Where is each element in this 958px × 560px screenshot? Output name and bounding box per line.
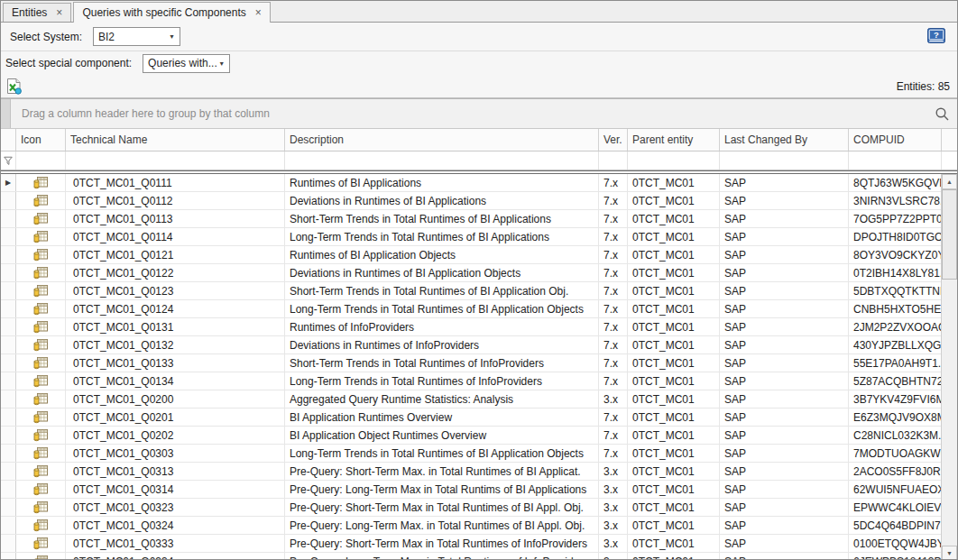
table-row[interactable]: 0TCT_MC01_Q0131 Runtimes of InfoProvider… <box>1 318 957 336</box>
version-cell: 7.x <box>599 192 628 209</box>
group-by-panel[interactable]: Drag a column header here to group by th… <box>1 98 957 129</box>
column-header-last-changed-by[interactable]: Last Changed By <box>720 129 849 151</box>
last-changed-by-cell: SAP <box>720 481 849 498</box>
technical-name-cell: 0TCT_MC01_Q0134 <box>66 372 285 390</box>
table-row[interactable]: 0TCT_MC01_Q0202 BI Application Object Ru… <box>1 427 957 445</box>
technical-name-cell: 0TCT_MC01_Q0121 <box>66 246 285 263</box>
parent-entity-cell: 0TCT_MC01 <box>628 499 720 516</box>
query-icon <box>33 339 48 352</box>
icon-cell <box>16 409 66 426</box>
search-button[interactable] <box>935 106 950 124</box>
table-row[interactable]: ▶ 0TCT_MC01_Q0111 Runtimes of BI Applica… <box>1 174 957 192</box>
last-changed-by-cell: SAP <box>720 445 849 462</box>
tab-queries-label: Queries with specific Components <box>82 6 245 19</box>
last-changed-by-cell: SAP <box>720 336 849 353</box>
description-cell: Long-Term Trends in Total Runtimes of BI… <box>285 300 599 317</box>
table-row[interactable]: 0TCT_MC01_Q0200 Aggregated Query Runtime… <box>1 390 957 409</box>
filter-cell-description[interactable] <box>285 151 599 170</box>
table-row[interactable]: 0TCT_MC01_Q0334 Pre-Query: Long-Term Max… <box>1 553 957 560</box>
scroll-up-button[interactable]: ▲ <box>942 174 957 189</box>
tab-strip: Entities × Queries with specific Compone… <box>1 1 957 23</box>
table-row[interactable]: 0TCT_MC01_Q0121 Runtimes of BI Applicati… <box>1 246 957 264</box>
last-changed-by-cell: SAP <box>720 354 849 372</box>
table-row[interactable]: 0TCT_MC01_Q0133 Short-Term Trends in Tot… <box>1 354 957 372</box>
icon-cell <box>16 481 66 498</box>
column-header-parent-entity[interactable]: Parent entity <box>628 129 720 151</box>
table-row[interactable]: 0TCT_MC01_Q0132 Deviations in Runtimes o… <box>1 336 957 354</box>
close-icon[interactable]: × <box>255 8 262 17</box>
parent-entity-cell: 0TCT_MC01 <box>628 354 720 372</box>
row-indicator-cell <box>1 463 16 480</box>
filter-cell-compuid[interactable] <box>849 151 942 170</box>
column-header-version[interactable]: Ver. <box>599 129 628 151</box>
tab-queries-with-specific-components[interactable]: Queries with specific Components × <box>73 2 270 23</box>
export-to-excel-button[interactable] <box>6 78 26 96</box>
table-row[interactable]: 0TCT_MC01_Q0201 BI Application Runtimes … <box>1 409 957 427</box>
close-icon[interactable]: × <box>56 8 62 17</box>
grid-corner <box>1 99 11 128</box>
filter-cell-technical-name[interactable] <box>66 151 285 170</box>
tab-entities[interactable]: Entities × <box>3 3 71 22</box>
description-cell: Short-Term Trends in Total Runtimes of B… <box>285 282 599 299</box>
query-icon <box>33 231 48 243</box>
row-indicator-cell: ▶ <box>1 174 16 191</box>
table-row[interactable]: 0TCT_MC01_Q0323 Pre-Query: Short-Term Ma… <box>1 499 957 517</box>
icon-cell <box>16 354 66 372</box>
version-cell: 7.x <box>599 372 628 390</box>
table-row[interactable]: 0TCT_MC01_Q0314 Pre-Query: Long-Term Max… <box>1 481 957 499</box>
technical-name-cell: 0TCT_MC01_Q0323 <box>66 499 285 516</box>
group-panel-text: Drag a column header here to group by th… <box>22 107 270 120</box>
table-row[interactable]: 0TCT_MC01_Q0114 Long-Term Trends in Tota… <box>1 228 957 246</box>
description-cell: Pre-Query: Long-Term Max in Total Runtim… <box>285 481 599 498</box>
technical-name-cell: 0TCT_MC01_Q0314 <box>66 481 285 498</box>
table-row[interactable]: 0TCT_MC01_Q0112 Deviations in Runtimes o… <box>1 192 957 210</box>
filter-cell-version[interactable] <box>599 151 628 170</box>
compuid-cell: 7OG5PP7Z2PPT0... <box>849 210 942 227</box>
description-cell: Pre-Query: Short-Term Max in Total Runti… <box>285 535 599 552</box>
technical-name-cell: 0TCT_MC01_Q0114 <box>66 228 285 245</box>
filter-cell-icon[interactable] <box>16 151 66 170</box>
table-row[interactable]: 0TCT_MC01_Q0324 Pre-Query: Long-Term Max… <box>1 517 957 535</box>
compuid-cell: 55E17PA0AH9T1... <box>849 354 942 372</box>
last-changed-by-cell: SAP <box>720 390 849 408</box>
table-row[interactable]: 0TCT_MC01_Q0303 Long-Term Trends in Tota… <box>1 445 957 463</box>
filter-cell-parent-entity[interactable] <box>628 151 720 170</box>
vertical-scrollbar[interactable]: ▲ ▼ <box>941 174 957 560</box>
technical-name-cell: 0TCT_MC01_Q0201 <box>66 409 285 426</box>
scrollbar-thumb[interactable] <box>942 189 957 280</box>
table-row[interactable]: 0TCT_MC01_Q0124 Long-Term Trends in Tota… <box>1 300 957 318</box>
column-header-icon[interactable]: Icon <box>16 129 66 151</box>
auto-filter-row <box>1 151 957 170</box>
table-row[interactable]: 0TCT_MC01_Q0122 Deviations in Runtimes o… <box>1 264 957 282</box>
icon-cell <box>16 517 66 534</box>
row-indicator-cell <box>1 264 16 281</box>
row-indicator-cell <box>1 427 16 444</box>
table-row[interactable]: 0TCT_MC01_Q0113 Short-Term Trends in Tot… <box>1 210 957 228</box>
scroll-down-button[interactable]: ▼ <box>942 546 957 560</box>
last-changed-by-cell: SAP <box>720 553 849 560</box>
filter-row-indicator <box>1 151 16 170</box>
query-icon <box>33 447 48 460</box>
icon-cell <box>16 553 66 560</box>
column-header-description[interactable]: Description <box>285 129 599 151</box>
version-cell: 7.x <box>599 354 628 372</box>
system-select[interactable]: BI2 ▼ <box>93 27 180 46</box>
table-row[interactable]: 0TCT_MC01_Q0333 Pre-Query: Short-Term Ma… <box>1 535 957 553</box>
table-row[interactable]: 0TCT_MC01_Q0123 Short-Term Trends in Tot… <box>1 282 957 300</box>
description-cell: Pre-Query: Long-Term Max. in Total Runti… <box>285 517 599 534</box>
table-row[interactable]: 0TCT_MC01_Q0134 Long-Term Trends in Tota… <box>1 372 957 390</box>
parent-entity-cell: 0TCT_MC01 <box>628 553 720 560</box>
filter-cell-last-changed-by[interactable] <box>720 151 849 170</box>
last-changed-by-cell: SAP <box>720 372 849 390</box>
component-select[interactable]: Queries with... ▼ <box>143 54 230 73</box>
column-header-compuid[interactable]: COMPUID <box>849 129 942 151</box>
column-header-technical-name[interactable]: Technical Name <box>66 129 285 151</box>
table-row[interactable]: 0TCT_MC01_Q0313 Pre-Query: Short-Term Ma… <box>1 463 957 481</box>
last-changed-by-cell: SAP <box>720 174 849 191</box>
icon-cell <box>16 318 66 335</box>
icon-cell <box>16 246 66 263</box>
icon-cell <box>16 174 66 191</box>
filter-filler <box>942 151 957 170</box>
version-cell: 7.x <box>599 282 628 299</box>
help-button[interactable]: ? <box>926 27 946 44</box>
